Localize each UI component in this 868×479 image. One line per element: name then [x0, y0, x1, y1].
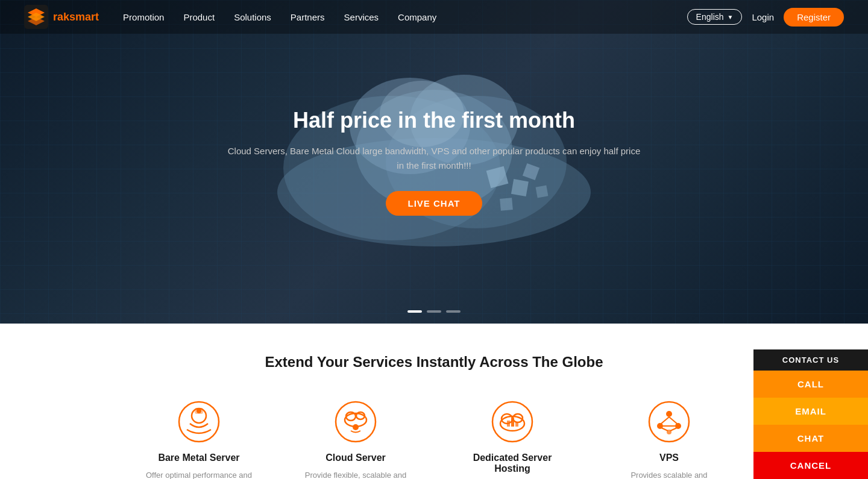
svg-line-39: [661, 428, 668, 431]
navbar: raksmart Promotion Product Solutions Par…: [0, 0, 868, 34]
cloud-server-name: Cloud Server: [326, 452, 386, 463]
register-button[interactable]: Register: [784, 8, 844, 27]
svg-point-24: [353, 424, 359, 430]
vps-name: VPS: [659, 452, 679, 463]
language-label: English: [696, 12, 724, 22]
cloud-server-icon: [335, 401, 377, 443]
nav-right: English ▼ Login Register: [687, 8, 844, 27]
hero-title: Half price in the first month: [223, 108, 645, 133]
nav-promotion[interactable]: Promotion: [123, 12, 164, 22]
hero-pagination: [407, 310, 461, 313]
services-grid: Bare Metal Server Offer optimal performa…: [24, 401, 844, 479]
hero-subtitle: Cloud Servers, Bare Metal Cloud large ba…: [223, 144, 645, 173]
live-chat-button[interactable]: LIVE CHAT: [386, 191, 482, 216]
svg-point-19: [197, 409, 201, 413]
services-section: Extend Your Services Instantly Across Th…: [0, 324, 868, 479]
logo[interactable]: raksmart: [24, 5, 99, 29]
contact-email-button[interactable]: EMAIL: [753, 398, 868, 425]
dedicated-server-name: Dedicated Server Hosting: [458, 452, 567, 474]
logo-text: raksmart: [53, 11, 99, 23]
nav-services[interactable]: Services: [344, 12, 379, 22]
bare-metal-name: Bare Metal Server: [158, 452, 239, 463]
svg-line-40: [670, 428, 677, 431]
svg-point-32: [649, 402, 689, 442]
dot-2[interactable]: [427, 310, 441, 313]
service-vps[interactable]: VPS Provides scalable and: [615, 401, 723, 479]
svg-line-38: [669, 417, 677, 424]
service-bare-metal[interactable]: Bare Metal Server Offer optimal performa…: [145, 401, 253, 479]
svg-rect-29: [507, 421, 510, 427]
services-section-title: Extend Your Services Instantly Across Th…: [24, 354, 844, 371]
svg-rect-30: [511, 418, 514, 427]
contact-title: CONTACT US: [753, 349, 868, 371]
language-selector[interactable]: English ▼: [687, 9, 743, 25]
dot-active[interactable]: [407, 310, 422, 313]
bare-metal-icon: [178, 401, 220, 443]
bare-metal-desc: Offer optimal performance and: [146, 469, 252, 479]
hero-section: Half price in the first month Cloud Serv…: [0, 0, 868, 324]
vps-desc: Provides scalable and: [631, 469, 707, 479]
service-cloud-server[interactable]: Cloud Server Provide flexible, scalable …: [301, 401, 410, 479]
contact-call-button[interactable]: CALL: [753, 371, 868, 398]
hero-content: Half price in the first month Cloud Serv…: [223, 108, 645, 216]
nav-links: Promotion Product Solutions Partners Ser…: [123, 12, 687, 22]
nav-partners[interactable]: Partners: [291, 12, 325, 22]
dot-3[interactable]: [446, 310, 461, 313]
svg-point-20: [336, 402, 376, 442]
chevron-down-icon: ▼: [728, 14, 734, 20]
cloud-server-desc: Provide flexible, scalable and: [305, 469, 406, 479]
contact-panel: CONTACT US CALL EMAIL CHAT CANCEL: [753, 349, 868, 479]
dedicated-server-icon: [491, 401, 533, 443]
vps-icon: [648, 401, 690, 443]
svg-point-33: [666, 411, 672, 417]
nav-product[interactable]: Product: [183, 12, 215, 22]
contact-chat-button[interactable]: CHAT: [753, 425, 868, 452]
login-link[interactable]: Login: [752, 12, 774, 22]
service-dedicated-server[interactable]: Dedicated Server Hosting Offer maximum c…: [458, 401, 567, 479]
nav-company[interactable]: Company: [398, 12, 436, 22]
nav-solutions[interactable]: Solutions: [234, 12, 271, 22]
contact-cancel-button[interactable]: CANCEL: [753, 452, 868, 479]
svg-line-37: [661, 417, 669, 424]
svg-rect-31: [515, 422, 518, 427]
